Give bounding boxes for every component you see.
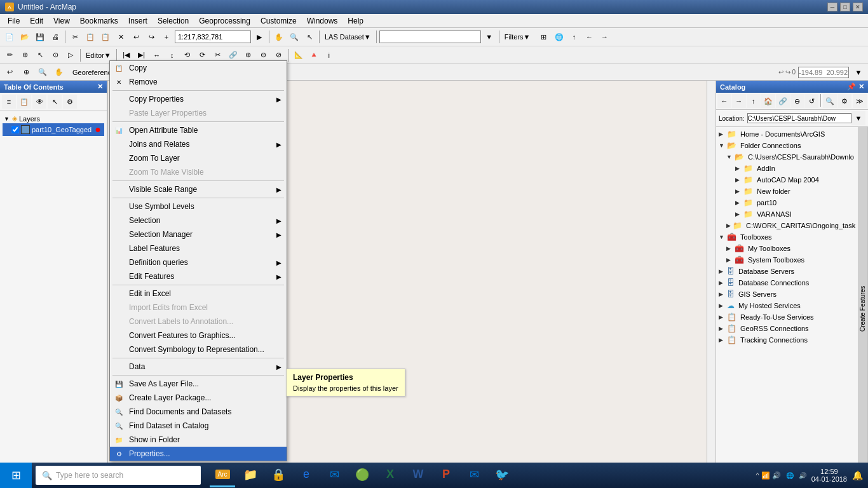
catalog-back[interactable]: ← bbox=[717, 94, 731, 108]
maximize-button[interactable]: □ bbox=[840, 3, 850, 11]
catalog-tree-item[interactable]: ▶📋Ready-To-Use Services bbox=[717, 311, 857, 323]
zoom-active-button[interactable]: ↑ bbox=[567, 30, 581, 44]
catalog-tree-item[interactable]: ▶📁New folder bbox=[717, 186, 857, 197]
ctx-item-visible-scale-range[interactable]: Visible Scale Range▶ bbox=[110, 182, 287, 196]
zoom-next-button[interactable]: → bbox=[598, 30, 612, 44]
menu-view[interactable]: View bbox=[48, 15, 75, 27]
catalog-tree-item[interactable]: ▶📁C:\WORK_CARITAS\Ongoing_task bbox=[717, 220, 857, 231]
zoom-in-button[interactable]: + bbox=[159, 30, 173, 44]
menu-edit[interactable]: Edit bbox=[25, 15, 48, 27]
editor-dropdown[interactable]: Editor▼ bbox=[83, 51, 114, 59]
toc-layer-item[interactable]: part10_GeoTagged ● bbox=[3, 123, 104, 136]
ctx-item-properties-[interactable]: ⚙Properties... bbox=[110, 447, 287, 461]
ctx-item-copy-properties[interactable]: Copy Properties▶ bbox=[110, 92, 287, 106]
ctx-item-label-features[interactable]: Label Features bbox=[110, 241, 287, 255]
taskbar-app-arcmap[interactable]: Arc bbox=[210, 463, 235, 487]
cut-button[interactable]: ✂ bbox=[68, 30, 82, 44]
edit-tool4[interactable]: ⊙ bbox=[48, 48, 62, 62]
zoom-prev-button[interactable]: ← bbox=[583, 30, 597, 44]
snap-btn[interactable]: 📐 bbox=[292, 48, 306, 62]
taskbar-app-explorer[interactable]: 📁 bbox=[238, 463, 263, 487]
search-bar[interactable]: 🔍 Type here to search bbox=[36, 466, 201, 485]
taskbar-app-powerpoint[interactable]: P bbox=[433, 463, 459, 487]
ctx-item-convert-features-to-graphics-[interactable]: Convert Features to Graphics... bbox=[110, 329, 287, 342]
menu-customize[interactable]: Customize bbox=[255, 15, 302, 27]
ctx-item-joins-and-relates[interactable]: Joins and Relates▶ bbox=[110, 137, 287, 151]
menu-insert[interactable]: Insert bbox=[123, 15, 153, 27]
map-scrollbar-v[interactable] bbox=[707, 81, 715, 488]
catalog-tree-item[interactable]: ▼🧰Toolboxes bbox=[717, 231, 857, 243]
ctx-item-use-symbol-levels[interactable]: Use Symbol Levels bbox=[110, 200, 287, 214]
ctx-item-definition-queries[interactable]: Definition queries▶ bbox=[110, 255, 287, 269]
catalog-tree-item[interactable]: ▶☁My Hosted Services bbox=[717, 300, 857, 311]
coord-zoom[interactable]: ▼ bbox=[851, 65, 865, 79]
notification-icon[interactable]: 🔔 bbox=[852, 470, 863, 480]
catalog-tree-item[interactable]: ▶📁Home - Documents\ArcGIS bbox=[717, 128, 857, 140]
ctx-item-find-dataset-in-catalog[interactable]: 🔍Find Dataset in Catalog bbox=[110, 419, 287, 433]
menu-selection[interactable]: Selection bbox=[153, 15, 194, 27]
attr-btn[interactable]: i bbox=[322, 48, 336, 62]
layer-checkbox[interactable] bbox=[11, 126, 19, 133]
location-dropdown[interactable]: ▼ bbox=[851, 111, 865, 125]
edit-tool1[interactable]: ✏ bbox=[3, 48, 17, 62]
las-filter-arrow[interactable]: ▼ bbox=[482, 30, 496, 44]
toc-list-view[interactable]: ≡ bbox=[2, 95, 16, 109]
taskbar-app-outlook[interactable]: ✉ bbox=[461, 463, 487, 487]
delete-button[interactable]: ✕ bbox=[114, 30, 128, 44]
geo-tool1[interactable]: ↩ bbox=[3, 65, 17, 79]
edit-tool5[interactable]: ▷ bbox=[64, 48, 78, 62]
catalog-expand-all[interactable]: ≫ bbox=[853, 94, 867, 108]
catalog-tree-item[interactable]: ▶🗄GIS Servers bbox=[717, 288, 857, 300]
catalog-tree-item[interactable]: ▼📂Folder Connections bbox=[717, 140, 857, 151]
edit-tool3[interactable]: ↖ bbox=[33, 48, 47, 62]
toc-source-view[interactable]: 📋 bbox=[17, 95, 31, 109]
las-dataset-dropdown[interactable]: LAS Dataset▼ bbox=[322, 33, 374, 41]
ctx-item-convert-symbology-to-representation-[interactable]: Convert Symbology to Representation... bbox=[110, 342, 287, 356]
menu-geoprocessing[interactable]: Geoprocessing bbox=[194, 15, 255, 27]
start-button[interactable]: ⊞ bbox=[0, 463, 32, 488]
ctx-item-selection[interactable]: Selection▶ bbox=[110, 214, 287, 227]
zoom-full-button[interactable]: 🌐 bbox=[552, 30, 566, 44]
toc-options[interactable]: ⚙ bbox=[63, 95, 77, 109]
catalog-pin-icon[interactable]: 📌 bbox=[847, 83, 856, 91]
undo-button[interactable]: ↩ bbox=[129, 30, 143, 44]
catalog-forward[interactable]: → bbox=[732, 94, 746, 108]
location-input[interactable] bbox=[747, 113, 851, 123]
catalog-tree-item[interactable]: ▶🧰System Toolboxes bbox=[717, 254, 857, 266]
zoom-extent-button[interactable]: ⊞ bbox=[537, 30, 551, 44]
print-button[interactable]: 🖨 bbox=[48, 30, 62, 44]
menu-help[interactable]: Help bbox=[342, 15, 369, 27]
catalog-tree-item[interactable]: ▼📂C:\Users\CESPL-Saurabh\Downlo bbox=[717, 151, 857, 163]
catalog-tree-item[interactable]: ▶🗄Database Connections bbox=[717, 277, 857, 288]
menu-file[interactable]: File bbox=[3, 15, 25, 27]
save-button[interactable]: 💾 bbox=[33, 30, 47, 44]
toc-close-icon[interactable]: ✕ bbox=[97, 83, 103, 91]
catalog-close-icon[interactable]: ✕ bbox=[858, 83, 864, 91]
ctx-item-data[interactable]: Data▶ bbox=[110, 360, 287, 374]
ctx-item-open-attribute-table[interactable]: 📊Open Attribute Table bbox=[110, 123, 287, 137]
paste-button[interactable]: 📋 bbox=[98, 30, 112, 44]
ctx-item-show-in-folder[interactable]: 📁Show in Folder bbox=[110, 433, 287, 447]
ctx-item-find-documents-and-datasets[interactable]: 🔍Find Documents and Datasets bbox=[110, 405, 287, 419]
catalog-tree-item[interactable]: ▶📁AddIn bbox=[717, 163, 857, 174]
catalog-up[interactable]: ↑ bbox=[747, 94, 761, 108]
coord-input[interactable] bbox=[798, 67, 849, 78]
catalog-tree-item[interactable]: ▶📁VARANASI bbox=[717, 208, 857, 220]
toc-visibility-view[interactable]: 👁 bbox=[32, 95, 46, 109]
ctx-item-selection-manager[interactable]: Selection Manager▶ bbox=[110, 227, 287, 241]
catalog-tree-item[interactable]: ▶📋Tracking Connections bbox=[717, 334, 857, 346]
taskbar-app-lock[interactable]: 🔒 bbox=[266, 463, 291, 487]
catalog-disconnect[interactable]: ⊖ bbox=[790, 94, 804, 108]
close-button[interactable]: ✕ bbox=[853, 3, 863, 11]
catalog-tree-item[interactable]: ▶📋GeoRSS Connections bbox=[717, 323, 857, 334]
copy-button[interactable]: 📋 bbox=[83, 30, 97, 44]
catalog-tree-item[interactable]: ▶📁part10 bbox=[717, 197, 857, 208]
edit-tool2[interactable]: ⊕ bbox=[18, 48, 32, 62]
toc-selection-view[interactable]: ↖ bbox=[48, 95, 62, 109]
filters-dropdown[interactable]: Filters▼ bbox=[502, 33, 533, 41]
geo-tool2[interactable]: ⊕ bbox=[19, 65, 33, 79]
catalog-connect[interactable]: 🔗 bbox=[776, 94, 790, 108]
topology-btn[interactable]: 🔺 bbox=[307, 48, 321, 62]
ctx-item-zoom-to-layer[interactable]: Zoom To Layer bbox=[110, 151, 287, 165]
catalog-home[interactable]: 🏠 bbox=[761, 94, 775, 108]
